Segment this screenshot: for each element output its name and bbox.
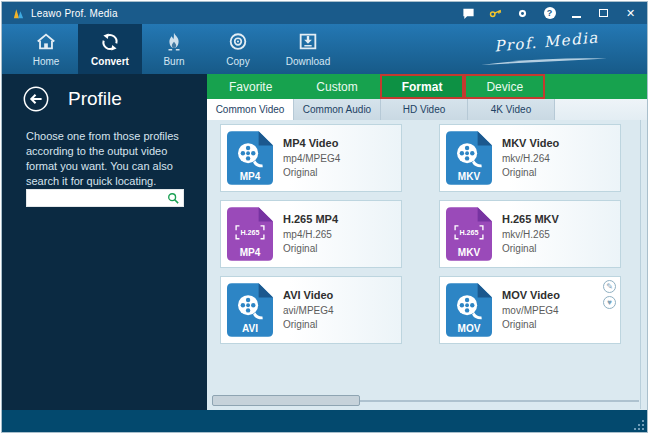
titlebar-controls: ? ✕: [462, 7, 637, 20]
gear-icon[interactable]: [516, 7, 529, 20]
profile-search-input[interactable]: [31, 192, 167, 204]
horizontal-scrollbar-thumb[interactable]: [212, 395, 360, 406]
profile-quality: Original: [502, 242, 559, 256]
profile-card-h265-mkv[interactable]: H.265 MKV H.265 MKV mkv/H.265 Original: [439, 200, 621, 268]
profile-codec: avi/MPEG4: [283, 304, 334, 318]
avi-file-icon: AVI: [227, 283, 273, 337]
profile-codec: mkv/H.265: [502, 228, 559, 242]
profile-title: H.265 MP4: [283, 213, 338, 225]
title-bar: Leawo Prof. Media: [2, 2, 647, 24]
home-icon: [35, 31, 57, 53]
profile-codec: mp4/H.265: [283, 228, 338, 242]
category-tab-bar: Common Video Common Audio HD Video 4K Vi…: [207, 99, 647, 120]
svg-text:AVI: AVI: [242, 323, 258, 334]
burn-flame-icon: [163, 31, 185, 53]
profile-quality: Original: [502, 166, 559, 180]
status-bar: [2, 410, 647, 433]
minimize-button[interactable]: [570, 7, 583, 20]
profile-codec: mov/MPEG4: [502, 304, 560, 318]
profile-card-mkv[interactable]: MKV MKV Video mkv/H.264 Original: [439, 124, 621, 192]
svg-text:MKV: MKV: [458, 247, 481, 258]
nav-item-copy[interactable]: Copy: [206, 24, 270, 74]
subtab-4k-video[interactable]: 4K Video: [468, 99, 555, 120]
profile-title: MP4 Video: [283, 137, 340, 149]
download-icon: [297, 31, 319, 53]
brand-swoosh-line: [479, 56, 609, 66]
profile-list-panel: MP4 MP4 Video mp4/MPEG4 Original: [207, 120, 647, 409]
tab-device[interactable]: Device: [464, 74, 545, 99]
mp4-file-icon: MP4: [227, 131, 273, 185]
svg-text:MKV: MKV: [458, 171, 481, 182]
profile-title: AVI Video: [283, 289, 334, 301]
subtab-common-audio[interactable]: Common Audio: [294, 99, 381, 120]
h265-mp4-file-icon: H.265 MP4: [227, 207, 273, 261]
subtab-hd-video[interactable]: HD Video: [381, 99, 468, 120]
tab-format[interactable]: Format: [380, 74, 465, 99]
subtab-common-video[interactable]: Common Video: [207, 99, 294, 120]
edit-profile-icon[interactable]: ✎: [603, 280, 616, 293]
search-icon[interactable]: [167, 192, 179, 204]
screenshot-frame: Leawo Prof. Media: [0, 0, 650, 436]
profile-title: MKV Video: [502, 137, 559, 149]
format-tab-bar: Favorite Custom Format Device: [207, 74, 647, 99]
svg-text:MOV: MOV: [458, 323, 481, 334]
app-title: Leawo Prof. Media: [31, 8, 118, 19]
profile-codec: mkv/H.264: [502, 152, 559, 166]
back-button[interactable]: [22, 85, 50, 113]
profile-card-avi[interactable]: AVI AVI Video avi/MPEG4 Original: [220, 276, 402, 344]
copy-disc-icon: [227, 31, 249, 53]
help-icon[interactable]: ?: [543, 7, 556, 20]
profile-quality: Original: [283, 166, 340, 180]
svg-text:H.265: H.265: [240, 229, 259, 237]
content-right-edge: [640, 120, 641, 409]
brand-script: Prof. Media: [493, 28, 599, 55]
profile-card-mp4[interactable]: MP4 MP4 Video mp4/MPEG4 Original: [220, 124, 402, 192]
sidebar-title: Profile: [68, 88, 122, 110]
key-icon[interactable]: [489, 7, 502, 20]
profile-title: H.265 MKV: [502, 213, 559, 225]
convert-icon: [99, 31, 121, 53]
nav-item-burn[interactable]: Burn: [142, 24, 206, 74]
mov-file-icon: MOV: [446, 283, 492, 337]
profile-title: MOV Video: [502, 289, 560, 301]
tab-custom[interactable]: Custom: [294, 74, 379, 99]
nav-label: Home: [33, 56, 60, 67]
message-icon[interactable]: [462, 7, 475, 20]
profile-quality: Original: [283, 242, 338, 256]
profile-quality: Original: [502, 318, 560, 332]
resize-grip[interactable]: [633, 419, 645, 431]
profile-search-box: [26, 189, 184, 207]
profile-grid: MP4 MP4 Video mp4/MPEG4 Original: [220, 124, 621, 344]
h265-mkv-file-icon: H.265 MKV: [446, 207, 492, 261]
tab-favorite[interactable]: Favorite: [207, 74, 294, 99]
svg-text:MP4: MP4: [240, 171, 261, 182]
nav-item-home[interactable]: Home: [14, 24, 78, 74]
mkv-file-icon: MKV: [446, 131, 492, 185]
profile-quality: Original: [283, 318, 334, 332]
svg-text:MP4: MP4: [240, 247, 261, 258]
profile-card-mov[interactable]: MOV MOV Video mov/MPEG4 Original ✎ ♥: [439, 276, 621, 344]
profile-sidebar: Profile Choose one from those profiles a…: [2, 74, 207, 410]
close-button[interactable]: ✕: [624, 7, 637, 20]
leawo-logo-icon: [12, 7, 25, 20]
nav-label: Copy: [226, 56, 249, 67]
app-window: Leawo Prof. Media: [1, 1, 648, 433]
nav-label: Download: [286, 56, 330, 67]
subtab-filler: [555, 99, 647, 120]
nav-label: Burn: [163, 56, 184, 67]
nav-item-convert[interactable]: Convert: [78, 24, 142, 74]
sidebar-description: Choose one from those profiles according…: [26, 129, 188, 189]
maximize-button[interactable]: [597, 7, 610, 20]
profile-card-h265-mp4[interactable]: H.265 MP4 H.265 MP4 mp4/H.265 Original: [220, 200, 402, 268]
profile-codec: mp4/MPEG4: [283, 152, 340, 166]
svg-text:H.265: H.265: [459, 229, 478, 237]
nav-label: Convert: [91, 56, 129, 67]
nav-item-download[interactable]: Download: [270, 24, 346, 74]
card-action-buttons: ✎ ♥: [603, 280, 616, 309]
favorite-icon[interactable]: ♥: [603, 296, 616, 309]
main-nav: Home Convert Burn Co: [2, 24, 647, 74]
